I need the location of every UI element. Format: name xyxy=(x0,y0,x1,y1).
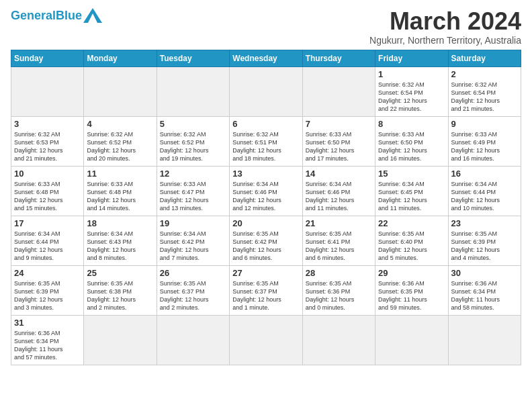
day-number: 15 xyxy=(378,169,445,179)
day-number: 2 xyxy=(451,69,518,79)
day-header-wednesday: Wednesday xyxy=(230,50,302,66)
calendar-cell xyxy=(302,66,375,116)
day-info: Sunrise: 6:34 AM Sunset: 6:43 PM Dayligh… xyxy=(87,230,153,263)
day-number: 12 xyxy=(160,169,226,179)
calendar-cell: 27Sunrise: 6:35 AM Sunset: 6:37 PM Dayli… xyxy=(230,265,302,315)
day-info: Sunrise: 6:34 AM Sunset: 6:46 PM Dayligh… xyxy=(306,180,372,213)
day-info: Sunrise: 6:33 AM Sunset: 6:50 PM Dayligh… xyxy=(378,130,445,163)
title-block: March 2024 Ngukurr, Northern Territory, … xyxy=(369,8,521,46)
day-number: 5 xyxy=(160,119,226,129)
day-info: Sunrise: 6:36 AM Sunset: 6:34 PM Dayligh… xyxy=(14,329,81,362)
calendar-cell: 23Sunrise: 6:35 AM Sunset: 6:39 PM Dayli… xyxy=(448,216,521,265)
day-info: Sunrise: 6:35 AM Sunset: 6:37 PM Dayligh… xyxy=(160,279,226,312)
day-number: 7 xyxy=(306,119,372,129)
calendar-cell: 11Sunrise: 6:33 AM Sunset: 6:48 PM Dayli… xyxy=(84,166,157,216)
day-info: Sunrise: 6:35 AM Sunset: 6:36 PM Dayligh… xyxy=(306,279,372,312)
day-info: Sunrise: 6:33 AM Sunset: 6:48 PM Dayligh… xyxy=(14,180,81,213)
logo-icon xyxy=(83,8,102,23)
calendar-cell: 29Sunrise: 6:36 AM Sunset: 6:35 PM Dayli… xyxy=(375,265,448,315)
calendar-page: GeneralBlue March 2024 Ngukurr, Northern… xyxy=(0,0,532,371)
day-info: Sunrise: 6:35 AM Sunset: 6:37 PM Dayligh… xyxy=(232,279,299,312)
day-number: 19 xyxy=(160,218,226,228)
calendar-cell: 13Sunrise: 6:34 AM Sunset: 6:46 PM Dayli… xyxy=(230,166,302,216)
day-header-tuesday: Tuesday xyxy=(157,50,229,66)
day-number: 17 xyxy=(14,218,81,228)
month-title: March 2024 xyxy=(369,8,521,35)
day-info: Sunrise: 6:34 AM Sunset: 6:44 PM Dayligh… xyxy=(451,180,518,213)
calendar-header-row: SundayMondayTuesdayWednesdayThursdayFrid… xyxy=(11,50,521,66)
day-number: 23 xyxy=(451,218,518,228)
day-number: 22 xyxy=(378,218,445,228)
header: GeneralBlue March 2024 Ngukurr, Northern… xyxy=(11,8,521,46)
day-info: Sunrise: 6:36 AM Sunset: 6:34 PM Dayligh… xyxy=(451,279,518,312)
calendar-cell: 26Sunrise: 6:35 AM Sunset: 6:37 PM Dayli… xyxy=(157,265,229,315)
calendar-table: SundayMondayTuesdayWednesdayThursdayFrid… xyxy=(11,50,521,365)
day-info: Sunrise: 6:35 AM Sunset: 6:38 PM Dayligh… xyxy=(87,279,153,312)
day-info: Sunrise: 6:33 AM Sunset: 6:47 PM Dayligh… xyxy=(160,180,226,213)
calendar-cell: 14Sunrise: 6:34 AM Sunset: 6:46 PM Dayli… xyxy=(302,166,375,216)
calendar-cell xyxy=(448,315,521,365)
calendar-cell xyxy=(84,315,157,365)
day-info: Sunrise: 6:32 AM Sunset: 6:52 PM Dayligh… xyxy=(160,130,226,163)
calendar-cell: 2Sunrise: 6:32 AM Sunset: 6:54 PM Daylig… xyxy=(448,66,521,116)
day-number: 16 xyxy=(451,169,518,179)
calendar-cell: 8Sunrise: 6:33 AM Sunset: 6:50 PM Daylig… xyxy=(375,116,448,166)
calendar-cell: 24Sunrise: 6:35 AM Sunset: 6:39 PM Dayli… xyxy=(11,265,84,315)
day-header-monday: Monday xyxy=(84,50,157,66)
logo: GeneralBlue xyxy=(11,8,102,23)
calendar-cell xyxy=(84,66,157,116)
day-number: 11 xyxy=(87,169,153,179)
day-info: Sunrise: 6:32 AM Sunset: 6:52 PM Dayligh… xyxy=(87,130,153,163)
calendar-cell: 28Sunrise: 6:35 AM Sunset: 6:36 PM Dayli… xyxy=(302,265,375,315)
day-number: 18 xyxy=(87,218,153,228)
calendar-cell: 7Sunrise: 6:33 AM Sunset: 6:50 PM Daylig… xyxy=(302,116,375,166)
day-info: Sunrise: 6:33 AM Sunset: 6:49 PM Dayligh… xyxy=(451,130,518,163)
day-info: Sunrise: 6:32 AM Sunset: 6:54 PM Dayligh… xyxy=(378,81,445,113)
day-number: 30 xyxy=(451,268,518,278)
calendar-cell: 5Sunrise: 6:32 AM Sunset: 6:52 PM Daylig… xyxy=(157,116,229,166)
calendar-cell xyxy=(11,66,84,116)
calendar-cell: 12Sunrise: 6:33 AM Sunset: 6:47 PM Dayli… xyxy=(157,166,229,216)
day-info: Sunrise: 6:32 AM Sunset: 6:53 PM Dayligh… xyxy=(14,130,81,163)
day-header-thursday: Thursday xyxy=(302,50,375,66)
calendar-week-4: 17Sunrise: 6:34 AM Sunset: 6:44 PM Dayli… xyxy=(11,216,521,265)
day-number: 4 xyxy=(87,119,153,129)
day-info: Sunrise: 6:35 AM Sunset: 6:39 PM Dayligh… xyxy=(14,279,81,312)
calendar-cell xyxy=(375,315,448,365)
day-number: 29 xyxy=(378,268,445,278)
day-number: 28 xyxy=(306,268,372,278)
day-number: 9 xyxy=(451,119,518,129)
calendar-cell: 6Sunrise: 6:32 AM Sunset: 6:51 PM Daylig… xyxy=(230,116,302,166)
day-number: 27 xyxy=(232,268,299,278)
day-info: Sunrise: 6:32 AM Sunset: 6:51 PM Dayligh… xyxy=(232,130,299,163)
calendar-cell: 15Sunrise: 6:34 AM Sunset: 6:45 PM Dayli… xyxy=(375,166,448,216)
day-info: Sunrise: 6:35 AM Sunset: 6:41 PM Dayligh… xyxy=(306,230,372,263)
day-info: Sunrise: 6:34 AM Sunset: 6:45 PM Dayligh… xyxy=(378,180,445,213)
day-info: Sunrise: 6:33 AM Sunset: 6:48 PM Dayligh… xyxy=(87,180,153,213)
day-info: Sunrise: 6:34 AM Sunset: 6:46 PM Dayligh… xyxy=(232,180,299,213)
logo-text: GeneralBlue xyxy=(11,9,82,21)
day-number: 20 xyxy=(232,218,299,228)
calendar-cell: 31Sunrise: 6:36 AM Sunset: 6:34 PM Dayli… xyxy=(11,315,84,365)
calendar-cell xyxy=(302,315,375,365)
day-info: Sunrise: 6:34 AM Sunset: 6:42 PM Dayligh… xyxy=(160,230,226,263)
day-number: 31 xyxy=(14,318,81,328)
calendar-cell: 19Sunrise: 6:34 AM Sunset: 6:42 PM Dayli… xyxy=(157,216,229,265)
calendar-cell xyxy=(157,66,229,116)
calendar-cell: 9Sunrise: 6:33 AM Sunset: 6:49 PM Daylig… xyxy=(448,116,521,166)
day-info: Sunrise: 6:35 AM Sunset: 6:42 PM Dayligh… xyxy=(232,230,299,263)
calendar-cell: 20Sunrise: 6:35 AM Sunset: 6:42 PM Dayli… xyxy=(230,216,302,265)
calendar-cell xyxy=(230,315,302,365)
calendar-week-3: 10Sunrise: 6:33 AM Sunset: 6:48 PM Dayli… xyxy=(11,166,521,216)
calendar-week-6: 31Sunrise: 6:36 AM Sunset: 6:34 PM Dayli… xyxy=(11,315,521,365)
day-header-sunday: Sunday xyxy=(11,50,84,66)
calendar-cell: 4Sunrise: 6:32 AM Sunset: 6:52 PM Daylig… xyxy=(84,116,157,166)
calendar-cell: 18Sunrise: 6:34 AM Sunset: 6:43 PM Dayli… xyxy=(84,216,157,265)
day-header-saturday: Saturday xyxy=(448,50,521,66)
day-number: 13 xyxy=(232,169,299,179)
day-number: 6 xyxy=(232,119,299,129)
day-info: Sunrise: 6:36 AM Sunset: 6:35 PM Dayligh… xyxy=(378,279,445,312)
calendar-cell xyxy=(157,315,229,365)
calendar-cell: 17Sunrise: 6:34 AM Sunset: 6:44 PM Dayli… xyxy=(11,216,84,265)
day-number: 21 xyxy=(306,218,372,228)
